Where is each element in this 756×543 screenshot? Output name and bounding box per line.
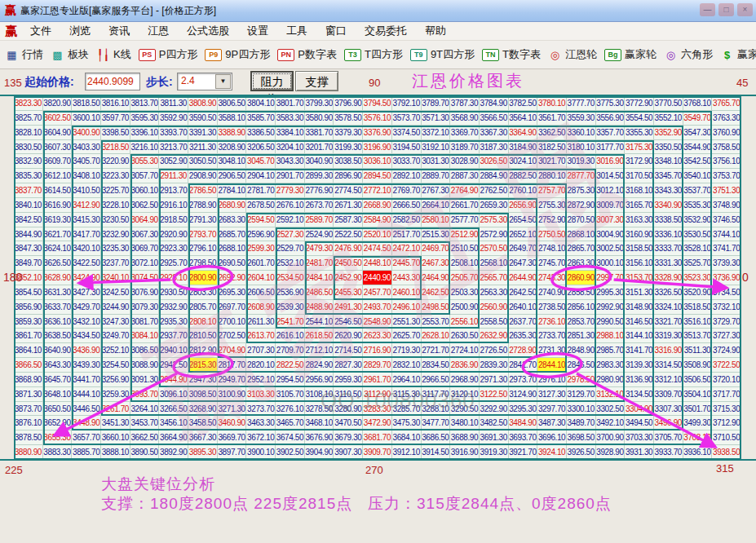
price-cell: 2786.50 — [188, 183, 218, 198]
window-controls: —□× — [700, 3, 753, 16]
price-cell: 2469.70 — [422, 241, 451, 256]
price-cell: 3547.30 — [683, 126, 713, 140]
price-cell: 2712.10 — [305, 343, 334, 358]
price-cell: 2743.30 — [537, 271, 567, 285]
price-cell: 3259.30 — [101, 387, 130, 402]
step-dropdown[interactable]: 2.4 ▼ — [177, 73, 232, 90]
price-cell: 2472.10 — [392, 241, 422, 256]
price-cell: 3256.90 — [101, 373, 130, 387]
price-cell: 2596.90 — [246, 227, 276, 242]
price-cell: 3060.10 — [130, 183, 160, 198]
toolbar-item-9P四方形[interactable]: P99P四方形 — [205, 47, 270, 62]
close-button[interactable]: × — [737, 3, 753, 16]
price-cell: 3482.50 — [480, 416, 509, 430]
angle-label-270: 270 — [365, 464, 383, 476]
price-cell: 3472.90 — [363, 416, 392, 430]
price-cell: 3820.90 — [43, 96, 73, 111]
price-cell: 2916.10 — [159, 198, 188, 213]
maximize-button[interactable]: □ — [718, 3, 734, 16]
price-cell: 3753.70 — [712, 169, 741, 183]
menu-item-设置[interactable]: 设置 — [238, 24, 277, 38]
toolbar-item-赢家轮[interactable]: Bg赢家轮 — [604, 47, 657, 62]
price-cell: 3228.10 — [101, 198, 130, 213]
price-cell: 3062.50 — [130, 198, 160, 213]
toolbar-item-六角形[interactable]: ◎六角形 — [664, 47, 713, 62]
toolbar-item-赢家服务[interactable]: $赢家服务 — [720, 47, 756, 62]
price-cell: 2512.90 — [450, 227, 480, 242]
toolbar-item-9T四方形[interactable]: T99T四方形 — [410, 47, 475, 62]
price-cell: 3412.90 — [72, 198, 101, 213]
price-cell: 2685.70 — [218, 227, 247, 242]
price-cell: 3708.10 — [683, 430, 713, 445]
price-cell: 3290.50 — [450, 402, 480, 417]
price-cell: 3237.70 — [101, 256, 130, 271]
price-cell: 2978.50 — [567, 373, 596, 387]
price-cell: 3830.50 — [14, 140, 43, 155]
chart-title: 江恩价格图表 — [412, 70, 524, 92]
menu-item-江恩[interactable]: 江恩 — [139, 24, 178, 38]
menu-item-资讯[interactable]: 资讯 — [99, 24, 139, 38]
price-cell: 3456.10 — [159, 416, 188, 430]
center-price-cell: 2440.90 — [363, 271, 392, 285]
toolbar-item-行情[interactable]: ▦行情 — [5, 47, 43, 62]
menu-item-工具[interactable]: 工具 — [277, 24, 316, 38]
price-cell: 2901.70 — [276, 169, 305, 183]
key-level-cell-225: 2815.30 — [188, 358, 218, 373]
price-cell: 3825.70 — [14, 111, 43, 126]
price-cell: 3175.30 — [625, 140, 654, 155]
toolbar-item-江恩轮[interactable]: ◎江恩轮 — [548, 47, 597, 62]
menu-item-交易委托[interactable]: 交易委托 — [356, 24, 416, 38]
price-cell: 3684.10 — [392, 430, 422, 445]
toolbar-item-T数字表[interactable]: TNT数字表 — [482, 47, 541, 62]
price-cell: 3628.90 — [43, 271, 73, 285]
price-cell: 3907.30 — [334, 445, 363, 460]
price-cell: 2954.50 — [276, 373, 305, 387]
minimize-button[interactable]: — — [700, 3, 715, 16]
toolbar-item-板块[interactable]: ▩板块 — [51, 47, 89, 62]
price-cell: 2805.70 — [188, 300, 218, 315]
menu-item-文件[interactable]: 文件 — [21, 24, 60, 38]
price-cell: 3120.10 — [450, 387, 480, 402]
price-cell: 3784.90 — [480, 96, 509, 111]
price-cell: 3043.30 — [276, 154, 305, 169]
price-cell: 2928.10 — [159, 271, 188, 285]
price-cell: 3895.30 — [188, 445, 218, 460]
toolbar-item-P数字表[interactable]: PNP数字表 — [277, 47, 337, 62]
start-price-input[interactable] — [85, 73, 140, 90]
price-cell: 2692.90 — [218, 271, 247, 285]
price-cell: 2944.90 — [159, 373, 188, 387]
support-button[interactable]: 支撑位 — [295, 71, 338, 91]
toolbar-item-P四方形[interactable]: PSP四方形 — [139, 47, 198, 62]
menu-item-浏览[interactable]: 浏览 — [60, 24, 99, 38]
price-cell: 3235.30 — [101, 241, 130, 256]
price-cell: 3686.50 — [422, 430, 451, 445]
toolbar-item-T四方形[interactable]: T3T四方形 — [344, 47, 403, 62]
price-cell: 3576.10 — [363, 111, 392, 126]
price-cell: 2565.70 — [480, 271, 509, 285]
price-cell: 2827.30 — [334, 358, 363, 373]
price-cell: 3856.90 — [14, 300, 43, 315]
price-cell: 3338.50 — [654, 213, 683, 227]
price-cell: 2721.70 — [422, 343, 451, 358]
price-cell: 3832.90 — [14, 154, 43, 169]
price-cell: 3816.10 — [101, 96, 130, 111]
price-cell: 2683.30 — [218, 213, 247, 227]
menu-item-帮助[interactable]: 帮助 — [416, 24, 455, 38]
menu-item-公式选股[interactable]: 公式选股 — [178, 24, 238, 38]
price-cell: 2968.90 — [450, 373, 480, 387]
price-cell: 3266.50 — [159, 402, 188, 417]
price-cell: 2649.70 — [509, 241, 538, 256]
price-cell: 2491.30 — [334, 300, 363, 315]
price-cell: 3763.30 — [712, 111, 741, 126]
price-cell: 3163.30 — [625, 213, 654, 227]
resistance-button[interactable]: 阻力位 — [250, 71, 294, 91]
price-cell: 2673.70 — [305, 198, 334, 213]
price-cell: 3072.10 — [130, 256, 160, 271]
price-cell: 2810.50 — [188, 329, 218, 343]
chevron-down-icon[interactable]: ▼ — [215, 74, 231, 89]
price-cell: 2709.70 — [276, 343, 305, 358]
price-cell: 2949.70 — [218, 373, 247, 387]
menu-item-窗口[interactable]: 窗口 — [316, 24, 356, 38]
toolbar-item-K线[interactable]: ╿╽K线 — [96, 47, 131, 62]
price-cell: 2632.90 — [480, 329, 509, 343]
